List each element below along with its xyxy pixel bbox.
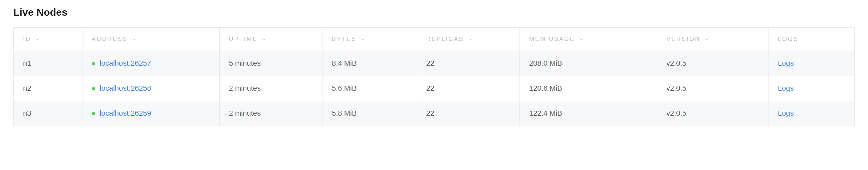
cell-id: n1	[14, 51, 83, 76]
column-header-version[interactable]: VERSION ▾	[657, 28, 769, 51]
cell-logs: Logs	[769, 101, 854, 126]
sort-caret-icon: ▾	[263, 37, 266, 42]
table-header-row: ID ▾ ADDRESS ▾ UPTIME ▾ BYTES ▾ REPLICAS…	[14, 28, 854, 51]
sort-caret-icon: ▾	[36, 37, 39, 42]
cell-mem: 208.0 MiB	[520, 51, 657, 76]
status-dot-icon	[92, 62, 95, 65]
address-link[interactable]: localhost:26258	[100, 84, 151, 92]
cell-id: n3	[14, 101, 83, 126]
column-header-mem[interactable]: MEM USAGE ▾	[520, 28, 657, 51]
cell-uptime: 2 minutes	[220, 101, 322, 126]
cell-address: localhost:26259	[83, 101, 220, 126]
cell-bytes: 5.8 MiB	[322, 101, 417, 126]
status-dot-icon	[92, 112, 95, 115]
page-title: Live Nodes	[13, 7, 855, 18]
logs-link[interactable]: Logs	[778, 84, 794, 92]
sort-caret-icon: ▾	[580, 37, 583, 42]
sort-caret-icon: ▾	[706, 37, 709, 42]
cell-logs: Logs	[769, 76, 854, 101]
status-dot-icon	[92, 87, 95, 90]
column-label: ID	[23, 36, 31, 42]
column-label: MEM USAGE	[529, 36, 575, 42]
cell-address: localhost:26257	[83, 51, 220, 76]
cell-replicas: 22	[417, 101, 520, 126]
sort-caret-icon: ▾	[133, 37, 136, 42]
table-row: n3 localhost:26259 2 minutes 5.8 MiB 22 …	[14, 101, 854, 126]
cell-address: localhost:26258	[83, 76, 220, 101]
column-header-id[interactable]: ID ▾	[14, 28, 83, 51]
address-link[interactable]: localhost:26259	[100, 109, 151, 117]
cell-mem: 122.4 MiB	[520, 101, 657, 126]
cell-version: v2.0.5	[657, 76, 769, 101]
cell-mem: 120.6 MiB	[520, 76, 657, 101]
cell-bytes: 8.4 MiB	[322, 51, 417, 76]
table-row: n2 localhost:26258 2 minutes 5.6 MiB 22 …	[14, 76, 854, 101]
logs-link[interactable]: Logs	[778, 109, 794, 117]
column-header-bytes[interactable]: BYTES ▾	[322, 28, 417, 51]
address-link[interactable]: localhost:26257	[100, 59, 151, 67]
cell-logs: Logs	[769, 51, 854, 76]
column-header-logs: LOGS	[769, 28, 854, 51]
table-row: n1 localhost:26257 5 minutes 8.4 MiB 22 …	[14, 51, 854, 76]
cell-replicas: 22	[417, 76, 520, 101]
column-label: LOGS	[778, 36, 799, 42]
logs-link[interactable]: Logs	[778, 59, 794, 67]
cell-replicas: 22	[417, 51, 520, 76]
column-label: BYTES	[332, 36, 356, 42]
sort-caret-icon: ▾	[362, 37, 365, 42]
column-label: VERSION	[666, 36, 701, 42]
sort-caret-icon: ▾	[469, 37, 472, 42]
cell-version: v2.0.5	[657, 51, 769, 76]
cell-bytes: 5.6 MiB	[322, 76, 417, 101]
nodes-table: ID ▾ ADDRESS ▾ UPTIME ▾ BYTES ▾ REPLICAS…	[13, 27, 855, 126]
column-label: ADDRESS	[92, 36, 128, 42]
cell-uptime: 5 minutes	[220, 51, 322, 76]
column-header-replicas[interactable]: REPLICAS ▾	[417, 28, 520, 51]
cell-version: v2.0.5	[657, 101, 769, 126]
column-header-uptime[interactable]: UPTIME ▾	[220, 28, 322, 51]
cell-uptime: 2 minutes	[220, 76, 322, 101]
column-label: UPTIME	[229, 36, 258, 42]
cell-id: n2	[14, 76, 83, 101]
column-label: REPLICAS	[426, 36, 464, 42]
column-header-address[interactable]: ADDRESS ▾	[83, 28, 220, 51]
